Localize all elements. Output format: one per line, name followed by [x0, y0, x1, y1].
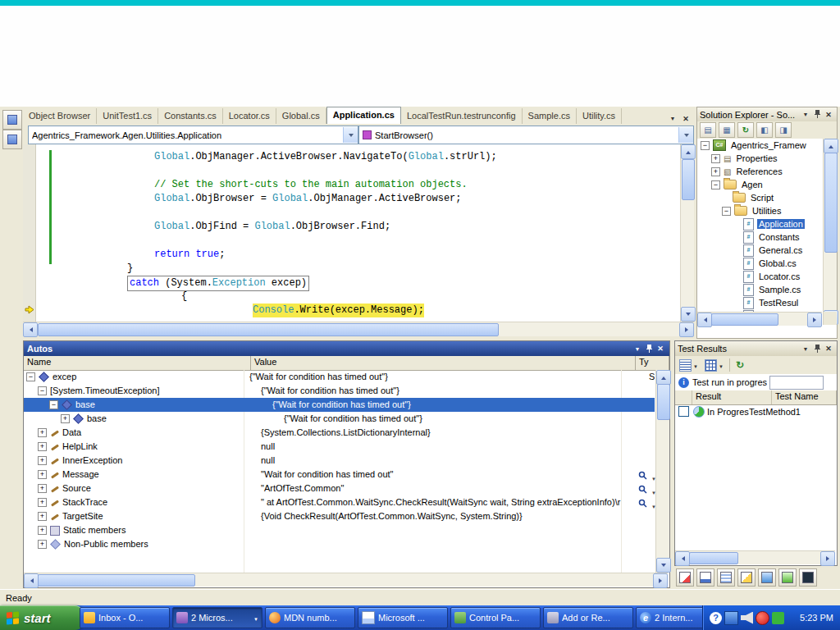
scroll-right-icon[interactable]: [653, 573, 668, 588]
code-line[interactable]: catch (System.Exception excep): [36, 276, 681, 290]
autohide-toolbox-icon[interactable]: [2, 110, 22, 130]
taskbar-button-microsoft-group[interactable]: 2 Micros...: [172, 607, 262, 628]
pin-icon[interactable]: [811, 109, 823, 120]
tab-object-browser[interactable]: Object Browser: [23, 108, 97, 124]
output-window-icon[interactable]: [696, 568, 714, 587]
scroll-up-icon[interactable]: [656, 370, 671, 385]
close-icon[interactable]: [823, 344, 834, 354]
call-stack-window-icon[interactable]: [737, 568, 756, 587]
autohide-server-explorer-icon[interactable]: [2, 130, 22, 149]
tab-unittest1-cs[interactable]: UnitTest1.cs: [97, 108, 158, 124]
collapse-icon[interactable]: [701, 141, 710, 150]
code-editor[interactable]: Global.ObjManager.ActiveBrowser.Navigate…: [23, 144, 694, 322]
code-line[interactable]: [36, 234, 681, 248]
tree-item-global-cs[interactable]: Global.cs: [697, 257, 824, 270]
antivirus-tray-icon[interactable]: [756, 611, 769, 625]
expand-icon[interactable]: [38, 498, 47, 507]
scroll-up-icon[interactable]: [681, 144, 696, 159]
magnifier-icon[interactable]: [638, 470, 647, 482]
scrollbar-thumb[interactable]: [38, 323, 499, 336]
expand-icon[interactable]: [38, 428, 47, 437]
scrollbar-thumb[interactable]: [657, 384, 670, 420]
editor-horizontal-scrollbar[interactable]: [23, 322, 694, 336]
pin-icon[interactable]: [811, 344, 823, 354]
window-position-dropdown-icon[interactable]: [632, 344, 643, 354]
scroll-down-icon[interactable]: [681, 307, 696, 322]
code-line[interactable]: }: [36, 262, 681, 276]
scroll-left-icon[interactable]: [24, 573, 39, 588]
immediate-window-icon[interactable]: [799, 568, 817, 587]
scrollbar-thumb[interactable]: [824, 153, 838, 253]
tab-locator-cs[interactable]: Locator.cs: [223, 108, 276, 124]
column-header-test-name[interactable]: Test Name: [772, 390, 837, 404]
code-line[interactable]: [36, 206, 681, 220]
threads-window-icon[interactable]: [758, 568, 776, 587]
scroll-left-icon[interactable]: [697, 313, 712, 327]
magnifier-icon[interactable]: [638, 484, 647, 495]
start-button[interactable]: start: [0, 605, 84, 630]
scroll-right-icon[interactable]: [807, 313, 822, 327]
editor-vertical-scrollbar[interactable]: [680, 144, 694, 322]
expand-icon[interactable]: [38, 470, 47, 479]
show-all-files-button[interactable]: [719, 122, 735, 138]
autos-row[interactable]: Source "ArtOfTest.Common" str: [24, 482, 655, 495]
tree-item-utilities-folder[interactable]: Utilities: [697, 204, 824, 217]
editor-indicator-margin[interactable]: [23, 144, 36, 322]
tree-item-script-folder[interactable]: Script: [697, 191, 824, 204]
refresh-button[interactable]: [737, 122, 754, 138]
expand-icon[interactable]: [711, 154, 720, 163]
taskbar-button-microsoft[interactable]: Microsoft ...: [358, 607, 448, 628]
close-document-icon[interactable]: [680, 113, 692, 124]
volume-tray-icon[interactable]: [741, 612, 753, 624]
tab-constants-cs[interactable]: Constants.cs: [158, 108, 223, 124]
autos-row[interactable]: TargetSite {Void CheckResult(ArtOfTest.C…: [24, 509, 655, 523]
collapse-icon[interactable]: [26, 372, 35, 381]
autos-row[interactable]: Data {System.Collections.ListDictionaryI…: [24, 426, 655, 440]
collapse-icon[interactable]: [49, 400, 58, 409]
code-line[interactable]: Console.Write(excep.Message);: [36, 304, 681, 317]
solution-explorer-horizontal-scrollbar[interactable]: [697, 312, 822, 326]
tree-item-references[interactable]: References: [697, 165, 824, 178]
code-line[interactable]: {: [36, 290, 681, 304]
autos-row[interactable]: base {"Wait for condition has timed out"…: [24, 412, 655, 426]
test-checkbox[interactable]: [678, 406, 689, 417]
properties-button[interactable]: [700, 122, 716, 138]
magnifier-icon[interactable]: [638, 498, 647, 509]
active-files-dropdown-icon[interactable]: [667, 113, 678, 124]
expand-icon[interactable]: [38, 512, 47, 521]
tree-item-properties[interactable]: Properties: [697, 152, 824, 165]
autos-row[interactable]: StackTrace " at ArtOfTest.Common.WaitSyn…: [24, 495, 655, 509]
autos-row[interactable]: Static members: [24, 523, 655, 537]
autos-titlebar[interactable]: Autos: [24, 341, 669, 356]
scroll-left-icon[interactable]: [23, 322, 38, 337]
chevron-down-icon[interactable]: [678, 127, 693, 143]
tree-item-constants-cs[interactable]: Constants: [697, 231, 824, 244]
code-line[interactable]: // Set the short-cuts to the main automa…: [36, 178, 681, 192]
code-line[interactable]: Global.ObjManager.ActiveBrowser.Navigate…: [36, 150, 681, 164]
test-results-horizontal-scrollbar[interactable]: [675, 550, 835, 564]
tree-item-locator-cs[interactable]: Locator.cs: [697, 270, 824, 283]
close-icon[interactable]: [823, 109, 834, 120]
expand-icon[interactable]: [38, 484, 47, 493]
scroll-right-icon[interactable]: [820, 551, 835, 566]
chevron-down-icon[interactable]: [343, 127, 358, 143]
column-header-checkbox[interactable]: [675, 390, 692, 404]
scrollbar-thumb[interactable]: [689, 552, 738, 564]
code-area[interactable]: Global.ObjManager.ActiveBrowser.Navigate…: [36, 144, 681, 322]
window-position-dropdown-icon[interactable]: [800, 109, 811, 120]
expand-icon[interactable]: [711, 167, 720, 176]
tree-item-application-cs[interactable]: Application: [697, 217, 824, 231]
column-header-type[interactable]: Ty: [636, 356, 669, 370]
scroll-right-icon[interactable]: [679, 322, 694, 337]
pin-icon[interactable]: [643, 344, 655, 354]
tree-item-agen-folder[interactable]: Agen: [697, 178, 824, 191]
code-line[interactable]: Global.ObjBrowser = Global.ObjManager.Ac…: [36, 192, 681, 206]
watch-window-icon[interactable]: [717, 568, 735, 587]
autos-row-selected[interactable]: base {"Wait for condition has timed out"…: [24, 398, 655, 412]
group-by-button[interactable]: [677, 357, 701, 373]
tree-item-general-cs[interactable]: General.cs: [697, 244, 824, 257]
expand-icon[interactable]: [38, 540, 47, 549]
column-header-value[interactable]: Value: [251, 356, 636, 370]
messenger-tray-icon[interactable]: [772, 612, 784, 624]
breakpoints-window-icon[interactable]: [676, 568, 694, 587]
